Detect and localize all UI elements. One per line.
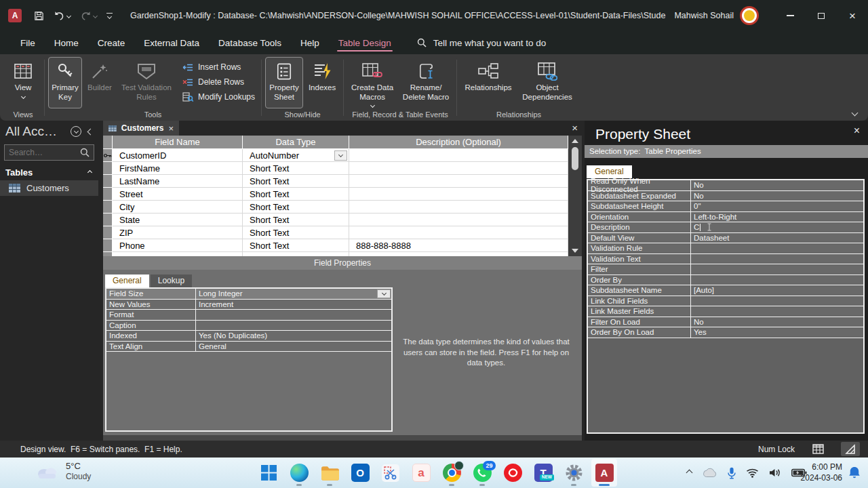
teams-taskbar-button[interactable]: T NEW <box>530 459 556 487</box>
close-document-button[interactable]: × <box>572 122 578 134</box>
property-value[interactable] <box>196 310 391 321</box>
user-name[interactable]: Mahwish Sohail <box>674 11 734 20</box>
row-selector[interactable] <box>103 214 113 226</box>
row-selector[interactable] <box>103 239 113 252</box>
property-value[interactable]: General <box>196 342 391 352</box>
undo-button[interactable] <box>54 11 71 20</box>
object-dependencies-button[interactable]: Object Dependencies <box>517 57 577 108</box>
data-type-dropdown[interactable] <box>334 150 347 161</box>
authy-taskbar-button[interactable] <box>500 459 526 487</box>
field-properties-tab-lookup[interactable]: Lookup <box>151 274 192 287</box>
user-avatar[interactable] <box>742 8 757 23</box>
shutter-bar-collapse-icon[interactable] <box>87 128 94 135</box>
view-button[interactable]: View <box>5 57 41 108</box>
property-value[interactable] <box>691 275 863 286</box>
field-name-cell[interactable]: Phone <box>113 239 243 252</box>
tab-database-tools[interactable]: Database Tools <box>209 31 291 54</box>
field-name-cell[interactable]: LastName <box>113 175 243 188</box>
property-label[interactable]: Indexed <box>106 331 196 342</box>
tab-customers[interactable]: Customers × <box>103 121 179 136</box>
property-label[interactable]: Default View <box>588 233 691 244</box>
property-label[interactable]: Validation Text <box>588 254 691 265</box>
notification-bell-icon[interactable] <box>849 466 860 479</box>
description-cell[interactable] <box>349 226 568 239</box>
search-input[interactable] <box>9 148 80 157</box>
column-header-description[interactable]: Description (Optional) <box>349 136 568 149</box>
anydesk-taskbar-button[interactable]: a <box>408 459 434 487</box>
file-explorer-taskbar-button[interactable] <box>317 459 342 487</box>
row-selector[interactable] <box>103 188 113 201</box>
property-label[interactable]: Subdatasheet Expanded <box>588 191 691 202</box>
tab-create[interactable]: Create <box>88 31 135 54</box>
property-label[interactable]: Link Master Fields <box>588 306 691 317</box>
settings-taskbar-button[interactable] <box>561 459 587 487</box>
property-value[interactable] <box>196 321 391 331</box>
save-button[interactable] <box>34 11 44 21</box>
property-label[interactable]: Order By <box>588 275 691 286</box>
property-label[interactable]: Orientation <box>588 212 691 223</box>
tab-external-data[interactable]: External Data <box>134 31 209 54</box>
modify-lookups-button[interactable]: Modify Lookups <box>182 92 255 102</box>
property-value[interactable]: No <box>691 317 863 328</box>
property-label[interactable]: Subdatasheet Name <box>588 285 691 296</box>
property-sheet-button[interactable]: Property Sheet <box>265 57 303 108</box>
nav-item-customers[interactable]: Customers <box>0 180 98 196</box>
scroll-up-icon[interactable] <box>572 139 578 143</box>
row-selector[interactable] <box>103 162 113 175</box>
undo-dropdown-icon[interactable] <box>66 13 71 18</box>
property-value[interactable]: [Auto] <box>691 285 863 296</box>
scroll-down-icon[interactable] <box>572 249 578 253</box>
indexes-button[interactable]: Indexes <box>304 57 340 108</box>
property-label[interactable]: Caption <box>106 321 196 331</box>
rename-delete-macro-button[interactable]: Rename/ Delete Macro <box>399 57 453 108</box>
outlook-taskbar-button[interactable]: O <box>347 459 373 487</box>
tab-table-design[interactable]: Table Design <box>329 31 401 54</box>
data-type-cell[interactable]: Short Text <box>243 188 349 201</box>
row-selector[interactable] <box>103 226 113 239</box>
property-value[interactable] <box>691 254 863 265</box>
data-type-cell[interactable]: AutoNumber <box>243 149 349 162</box>
collapse-group-icon[interactable] <box>87 170 92 175</box>
description-cell[interactable] <box>349 162 568 175</box>
field-name-cell[interactable]: Street <box>113 188 243 201</box>
edge-taskbar-button[interactable] <box>286 459 312 487</box>
property-value[interactable]: Yes (No Duplicates) <box>196 331 391 342</box>
tab-file[interactable]: File <box>11 31 45 54</box>
tray-overflow-icon[interactable] <box>686 470 693 476</box>
tab-help[interactable]: Help <box>291 31 329 54</box>
property-label[interactable]: Text Align <box>106 342 196 352</box>
redo-dropdown-icon[interactable] <box>93 13 98 18</box>
insert-rows-button[interactable]: Insert Rows <box>182 62 255 72</box>
property-value[interactable] <box>691 243 863 254</box>
property-value[interactable]: Yes <box>691 327 863 338</box>
property-value[interactable]: 0" <box>691 201 863 212</box>
access-taskbar-button[interactable]: A <box>591 459 617 487</box>
delete-rows-button[interactable]: Delete Rows <box>182 77 255 87</box>
property-value[interactable]: Increment <box>196 300 391 310</box>
create-data-macros-dropdown-icon[interactable] <box>370 103 375 108</box>
property-label[interactable]: New Values <box>106 300 196 310</box>
property-label[interactable]: Validation Rule <box>588 243 691 254</box>
field-name-cell[interactable]: CustomerID <box>113 149 243 162</box>
tell-me-search[interactable]: Tell me what you want to do <box>417 38 547 48</box>
data-type-cell[interactable]: Short Text <box>243 239 349 252</box>
property-value[interactable]: No <box>691 191 863 202</box>
weather-widget[interactable]: 5°C Cloudy <box>35 461 91 482</box>
close-tab-icon[interactable]: × <box>168 123 174 134</box>
property-label[interactable]: Read Only When Disconnected <box>588 180 691 191</box>
nav-group-tables[interactable]: Tables <box>0 161 98 180</box>
description-cell[interactable] <box>349 201 568 214</box>
description-cell[interactable] <box>349 214 568 226</box>
start-button[interactable] <box>256 459 281 487</box>
scrollbar-thumb[interactable] <box>572 147 578 170</box>
field-name-cell[interactable]: FirstName <box>113 162 243 175</box>
property-label[interactable]: Order By On Load <box>588 327 691 338</box>
column-header-field-name[interactable]: Field Name <box>113 136 243 149</box>
data-type-cell[interactable]: Short Text <box>243 162 349 175</box>
tab-home[interactable]: Home <box>45 31 88 54</box>
field-properties-tab-general[interactable]: General <box>105 274 149 287</box>
wifi-icon[interactable] <box>746 468 759 478</box>
property-label[interactable]: Description <box>588 222 691 233</box>
design-view-button[interactable] <box>841 442 860 456</box>
nav-search-box[interactable] <box>4 144 94 161</box>
